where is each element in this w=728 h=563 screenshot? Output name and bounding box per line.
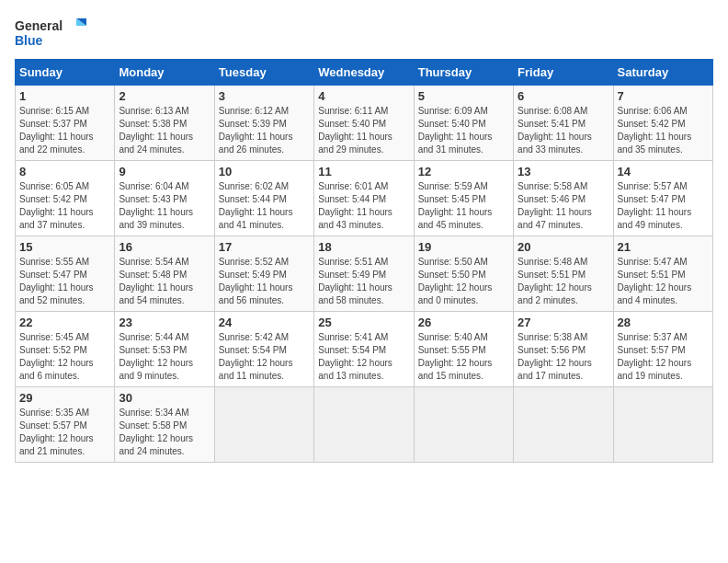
day-info: Sunrise: 5:54 AMSunset: 5:48 PMDaylight:… xyxy=(119,256,210,307)
day-info: Sunrise: 6:15 AMSunset: 5:37 PMDaylight:… xyxy=(19,105,110,156)
day-info: Sunrise: 6:09 AMSunset: 5:40 PMDaylight:… xyxy=(418,105,509,156)
calendar-cell: 23 Sunrise: 5:44 AMSunset: 5:53 PMDaylig… xyxy=(115,312,214,387)
day-number: 22 xyxy=(19,316,110,329)
calendar-cell: 24 Sunrise: 5:42 AMSunset: 5:54 PMDaylig… xyxy=(214,312,313,387)
day-number: 8 xyxy=(19,165,110,178)
calendar-cell: 7 Sunrise: 6:06 AMSunset: 5:42 PMDayligh… xyxy=(613,86,712,161)
day-number: 9 xyxy=(119,165,210,178)
calendar-cell xyxy=(514,387,613,463)
day-info: Sunrise: 5:34 AMSunset: 5:58 PMDaylight:… xyxy=(119,407,210,458)
logo-svg: General Blue xyxy=(15,15,88,52)
calendar-cell xyxy=(613,387,712,463)
day-number: 16 xyxy=(119,240,210,254)
header-day-monday: Monday xyxy=(115,60,214,86)
day-number: 28 xyxy=(618,316,709,329)
calendar-cell: 3 Sunrise: 6:12 AMSunset: 5:39 PMDayligh… xyxy=(214,86,313,161)
day-number: 13 xyxy=(518,165,609,178)
day-info: Sunrise: 5:37 AMSunset: 5:57 PMDaylight:… xyxy=(618,331,709,383)
calendar-week-row: 22 Sunrise: 5:45 AMSunset: 5:52 PMDaylig… xyxy=(16,312,713,387)
calendar-cell: 15 Sunrise: 5:55 AMSunset: 5:47 PMDaylig… xyxy=(16,236,115,312)
svg-text:Blue: Blue xyxy=(15,33,43,48)
calendar-cell: 25 Sunrise: 5:41 AMSunset: 5:54 PMDaylig… xyxy=(314,312,414,387)
calendar-cell: 10 Sunrise: 6:02 AMSunset: 5:44 PMDaylig… xyxy=(214,161,313,236)
day-info: Sunrise: 5:52 AMSunset: 5:49 PMDaylight:… xyxy=(219,256,310,307)
day-number: 18 xyxy=(318,240,409,254)
day-number: 6 xyxy=(518,89,609,103)
calendar-cell: 4 Sunrise: 6:11 AMSunset: 5:40 PMDayligh… xyxy=(314,86,414,161)
day-info: Sunrise: 5:42 AMSunset: 5:54 PMDaylight:… xyxy=(219,331,310,383)
day-number: 29 xyxy=(19,391,110,405)
calendar-cell: 20 Sunrise: 5:48 AMSunset: 5:51 PMDaylig… xyxy=(514,236,613,312)
day-info: Sunrise: 5:48 AMSunset: 5:51 PMDaylight:… xyxy=(518,256,609,307)
header-day-friday: Friday xyxy=(514,60,613,86)
day-number: 3 xyxy=(219,89,310,103)
calendar-week-row: 1 Sunrise: 6:15 AMSunset: 5:37 PMDayligh… xyxy=(16,86,713,161)
calendar-cell: 9 Sunrise: 6:04 AMSunset: 5:43 PMDayligh… xyxy=(115,161,214,236)
calendar-cell: 6 Sunrise: 6:08 AMSunset: 5:41 PMDayligh… xyxy=(514,86,613,161)
calendar-cell: 26 Sunrise: 5:40 AMSunset: 5:55 PMDaylig… xyxy=(414,312,513,387)
day-info: Sunrise: 5:45 AMSunset: 5:52 PMDaylight:… xyxy=(19,331,110,383)
calendar-cell: 27 Sunrise: 5:38 AMSunset: 5:56 PMDaylig… xyxy=(514,312,613,387)
day-number: 12 xyxy=(418,165,509,178)
day-number: 27 xyxy=(518,316,609,329)
calendar-week-row: 8 Sunrise: 6:05 AMSunset: 5:42 PMDayligh… xyxy=(16,161,713,236)
calendar-cell: 2 Sunrise: 6:13 AMSunset: 5:38 PMDayligh… xyxy=(115,86,214,161)
calendar-cell: 5 Sunrise: 6:09 AMSunset: 5:40 PMDayligh… xyxy=(414,86,513,161)
calendar-cell: 8 Sunrise: 6:05 AMSunset: 5:42 PMDayligh… xyxy=(16,161,115,236)
day-info: Sunrise: 6:02 AMSunset: 5:44 PMDaylight:… xyxy=(219,180,310,232)
header-day-wednesday: Wednesday xyxy=(314,60,414,86)
calendar-header-row: SundayMondayTuesdayWednesdayThursdayFrid… xyxy=(16,60,713,86)
header-day-sunday: Sunday xyxy=(16,60,115,86)
calendar-cell: 28 Sunrise: 5:37 AMSunset: 5:57 PMDaylig… xyxy=(613,312,712,387)
page-header: General Blue xyxy=(15,15,713,52)
day-number: 1 xyxy=(19,89,110,103)
day-number: 4 xyxy=(318,89,409,103)
day-number: 24 xyxy=(219,316,310,329)
calendar-cell: 29 Sunrise: 5:35 AMSunset: 5:57 PMDaylig… xyxy=(16,387,115,463)
day-number: 19 xyxy=(418,240,509,254)
day-number: 14 xyxy=(618,165,709,178)
calendar-cell: 1 Sunrise: 6:15 AMSunset: 5:37 PMDayligh… xyxy=(16,86,115,161)
day-number: 5 xyxy=(418,89,509,103)
calendar-cell xyxy=(414,387,513,463)
calendar-cell: 13 Sunrise: 5:58 AMSunset: 5:46 PMDaylig… xyxy=(514,161,613,236)
day-number: 23 xyxy=(119,316,210,329)
day-info: Sunrise: 5:59 AMSunset: 5:45 PMDaylight:… xyxy=(418,180,509,232)
day-info: Sunrise: 5:58 AMSunset: 5:46 PMDaylight:… xyxy=(518,180,609,232)
calendar-cell: 16 Sunrise: 5:54 AMSunset: 5:48 PMDaylig… xyxy=(115,236,214,312)
day-info: Sunrise: 6:01 AMSunset: 5:44 PMDaylight:… xyxy=(318,180,409,232)
day-info: Sunrise: 6:11 AMSunset: 5:40 PMDaylight:… xyxy=(318,105,409,156)
calendar-week-row: 15 Sunrise: 5:55 AMSunset: 5:47 PMDaylig… xyxy=(16,236,713,312)
day-info: Sunrise: 6:06 AMSunset: 5:42 PMDaylight:… xyxy=(618,105,709,156)
day-number: 15 xyxy=(19,240,110,254)
calendar-table: SundayMondayTuesdayWednesdayThursdayFrid… xyxy=(15,59,713,463)
day-info: Sunrise: 6:13 AMSunset: 5:38 PMDaylight:… xyxy=(119,105,210,156)
day-info: Sunrise: 5:41 AMSunset: 5:54 PMDaylight:… xyxy=(318,331,409,383)
calendar-cell: 11 Sunrise: 6:01 AMSunset: 5:44 PMDaylig… xyxy=(314,161,414,236)
day-info: Sunrise: 5:47 AMSunset: 5:51 PMDaylight:… xyxy=(618,256,709,307)
day-info: Sunrise: 6:12 AMSunset: 5:39 PMDaylight:… xyxy=(219,105,310,156)
day-info: Sunrise: 5:38 AMSunset: 5:56 PMDaylight:… xyxy=(518,331,609,383)
day-info: Sunrise: 5:35 AMSunset: 5:57 PMDaylight:… xyxy=(19,407,110,458)
calendar-cell: 18 Sunrise: 5:51 AMSunset: 5:49 PMDaylig… xyxy=(314,236,414,312)
day-info: Sunrise: 5:44 AMSunset: 5:53 PMDaylight:… xyxy=(119,331,210,383)
calendar-cell: 22 Sunrise: 5:45 AMSunset: 5:52 PMDaylig… xyxy=(16,312,115,387)
day-number: 10 xyxy=(219,165,310,178)
calendar-cell: 14 Sunrise: 5:57 AMSunset: 5:47 PMDaylig… xyxy=(613,161,712,236)
day-info: Sunrise: 5:51 AMSunset: 5:49 PMDaylight:… xyxy=(318,256,409,307)
day-info: Sunrise: 5:55 AMSunset: 5:47 PMDaylight:… xyxy=(19,256,110,307)
calendar-cell: 30 Sunrise: 5:34 AMSunset: 5:58 PMDaylig… xyxy=(115,387,214,463)
header-day-saturday: Saturday xyxy=(613,60,712,86)
day-number: 17 xyxy=(219,240,310,254)
day-number: 20 xyxy=(518,240,609,254)
day-number: 11 xyxy=(318,165,409,178)
day-number: 26 xyxy=(418,316,509,329)
day-number: 2 xyxy=(119,89,210,103)
day-info: Sunrise: 5:57 AMSunset: 5:47 PMDaylight:… xyxy=(618,180,709,232)
day-info: Sunrise: 6:05 AMSunset: 5:42 PMDaylight:… xyxy=(19,180,110,232)
calendar-cell xyxy=(314,387,414,463)
day-number: 21 xyxy=(618,240,709,254)
calendar-cell: 17 Sunrise: 5:52 AMSunset: 5:49 PMDaylig… xyxy=(214,236,313,312)
header-day-thursday: Thursday xyxy=(414,60,513,86)
day-number: 7 xyxy=(618,89,709,103)
